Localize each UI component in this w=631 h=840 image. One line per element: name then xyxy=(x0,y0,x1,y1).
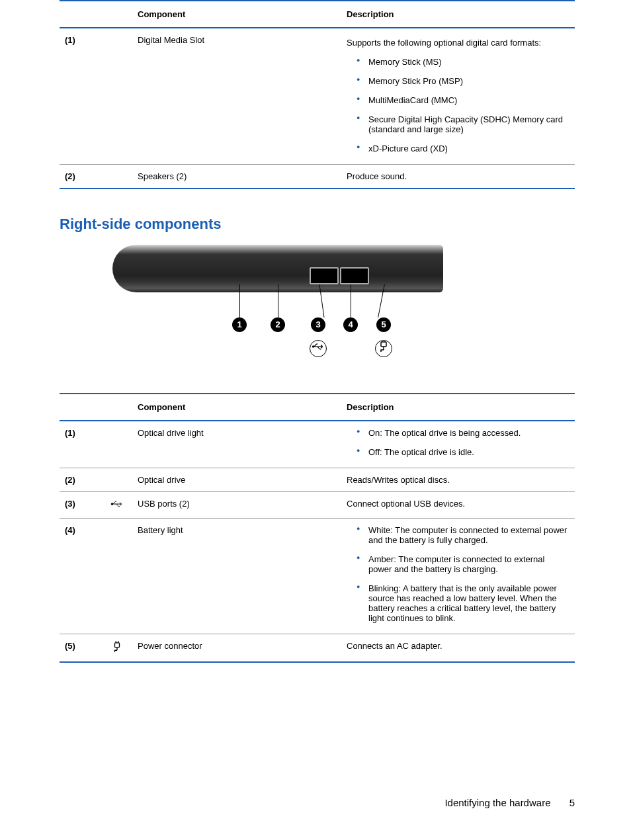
callout-1: 1 xyxy=(232,317,247,332)
table2-row5-component: Power connector xyxy=(132,634,341,663)
table1-row2-component: Speakers (2) xyxy=(132,165,341,189)
power-callout-icon xyxy=(375,340,392,357)
callout-5: 5 xyxy=(376,317,391,332)
table2-row4-description: White: The computer is connected to exte… xyxy=(341,519,575,634)
usb-port-graphic xyxy=(310,267,339,284)
list-item: On: The optical drive is being accessed. xyxy=(357,428,569,438)
list-item: Blinking: A battery that is the only ava… xyxy=(357,583,569,623)
table2-row2-component: Optical drive xyxy=(132,468,341,492)
callout-3: 3 xyxy=(311,317,325,332)
list-item: Memory Stick (MS) xyxy=(357,57,569,67)
footer-section-title: Identifying the hardware xyxy=(444,797,550,808)
list-item: Off: The optical drive is idle. xyxy=(357,447,569,457)
table2-row1-num: (1) xyxy=(60,421,102,468)
table2-row2-num: (2) xyxy=(60,468,102,492)
laptop-right-side-image: 1 2 3 4 5 xyxy=(112,245,443,377)
list-item: xD-Picture card (XD) xyxy=(357,144,569,153)
list-item: Amber: The computer is connected to exte… xyxy=(357,554,569,574)
list-item: Memory Stick Pro (MSP) xyxy=(357,76,569,86)
svg-point-5 xyxy=(111,503,113,505)
svg-rect-1 xyxy=(381,342,386,347)
callout-4: 4 xyxy=(343,317,358,332)
callout-2: 2 xyxy=(271,317,285,332)
page-footer: Identifying the hardware 5 xyxy=(444,797,575,808)
table2-row3-num: (3) xyxy=(60,492,102,519)
table1-row2-num: (2) xyxy=(60,165,102,189)
table2-header-component: Component xyxy=(132,394,341,421)
front-components-table: Component Description (1) Digital Media … xyxy=(60,0,575,189)
right-side-components-table: Component Description (1) Optical drive … xyxy=(60,393,575,663)
svg-point-0 xyxy=(312,345,314,347)
table2-row4-component: Battery light xyxy=(132,519,341,634)
table2-row4-num: (4) xyxy=(60,519,102,634)
table2-row3-description: Connect optional USB devices. xyxy=(341,492,575,519)
table2-row2-description: Reads/Writes optical discs. xyxy=(341,468,575,492)
table2-row5-num: (5) xyxy=(60,634,102,663)
table2-row1-description: On: The optical drive is being accessed.… xyxy=(341,421,575,468)
table1-header-component: Component xyxy=(132,1,341,28)
usb-port-graphic xyxy=(340,267,369,284)
usb-callout-icon xyxy=(310,340,327,357)
section-heading: Right-side components xyxy=(60,216,575,233)
power-row-icon xyxy=(102,634,132,663)
table1-row1-description: Supports the following optional digital … xyxy=(341,28,575,165)
usb-row-icon xyxy=(102,492,132,519)
usb-icon xyxy=(312,341,325,352)
power-icon xyxy=(377,341,390,352)
power-icon xyxy=(112,641,122,653)
table2-row1-component: Optical drive light xyxy=(132,421,341,468)
table2-header-description: Description xyxy=(341,394,575,421)
table1-header-description: Description xyxy=(341,1,575,28)
table1-row2-description: Produce sound. xyxy=(341,165,575,189)
list-item: White: The computer is connected to exte… xyxy=(357,525,569,545)
table1-row1-component: Digital Media Slot xyxy=(132,28,341,165)
svg-rect-6 xyxy=(115,643,120,648)
table2-row3-component: USB ports (2) xyxy=(132,492,341,519)
list-item: Secure Digital High Capacity (SDHC) Memo… xyxy=(357,114,569,134)
list-item: MultiMediaCard (MMC) xyxy=(357,95,569,105)
table2-row5-description: Connects an AC adapter. xyxy=(341,634,575,663)
usb-icon xyxy=(110,499,124,509)
footer-page-number: 5 xyxy=(569,797,575,808)
table1-row1-num: (1) xyxy=(60,28,102,165)
